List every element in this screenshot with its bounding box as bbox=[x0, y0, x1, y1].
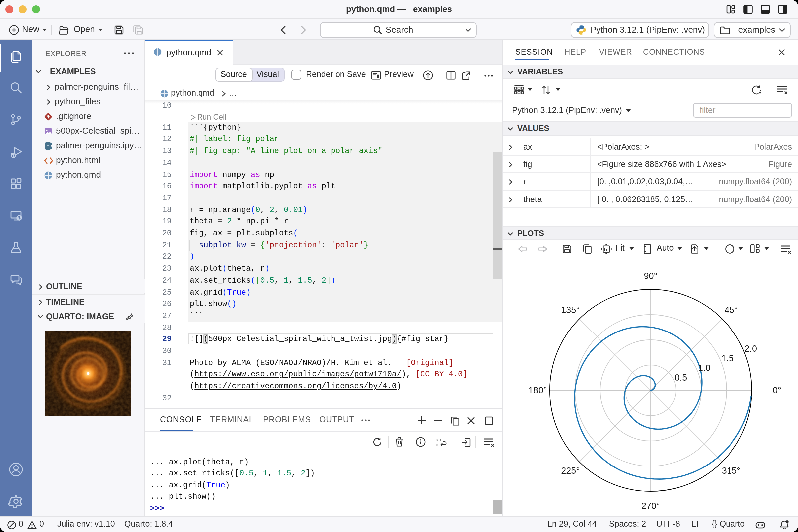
svg-text:45°: 45° bbox=[724, 305, 738, 315]
svg-text:225°: 225° bbox=[561, 466, 580, 475]
svg-text:c: c bbox=[436, 441, 438, 447]
svg-text:135°: 135° bbox=[561, 305, 580, 315]
svg-text:180°: 180° bbox=[528, 385, 547, 395]
svg-text:1.5: 1.5 bbox=[721, 353, 734, 363]
svg-text:1.0: 1.0 bbox=[698, 363, 710, 373]
svg-text:315°: 315° bbox=[722, 466, 740, 475]
svg-text:0°: 0° bbox=[773, 385, 781, 395]
svg-text:270°: 270° bbox=[641, 501, 660, 511]
svg-text:0.5: 0.5 bbox=[674, 373, 687, 382]
svg-text:2.0: 2.0 bbox=[744, 343, 757, 354]
svg-text:90°: 90° bbox=[644, 271, 658, 281]
